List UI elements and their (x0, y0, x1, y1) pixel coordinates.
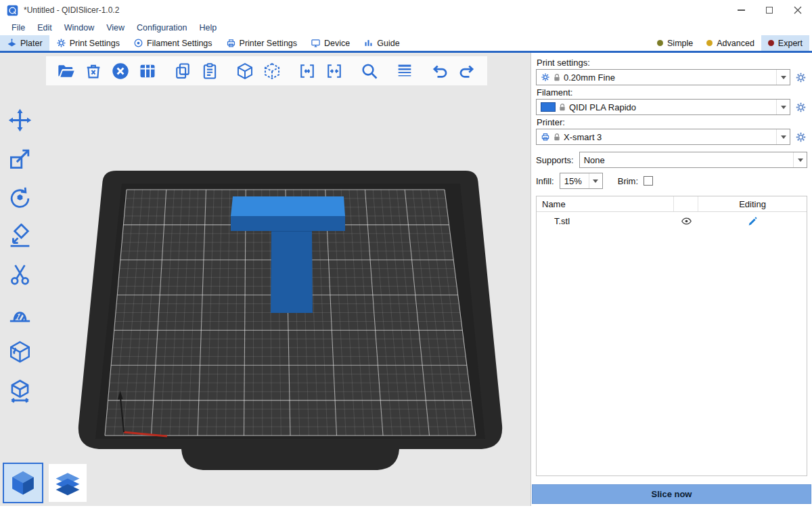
place-on-face-icon (7, 224, 32, 249)
delete-all-button[interactable] (107, 58, 134, 85)
paste-button[interactable] (196, 58, 223, 85)
eye-icon (681, 215, 692, 227)
device-icon (311, 38, 321, 48)
split-to-objects-button[interactable] (231, 58, 258, 85)
menu-file[interactable]: File (5, 23, 31, 33)
filament-combobox[interactable]: QIDI PLA Rapido (536, 99, 790, 115)
copy-icon (173, 62, 192, 81)
edit-object-button[interactable] (698, 216, 807, 227)
seam-tool-button[interactable] (3, 335, 36, 368)
menu-window[interactable]: Window (58, 23, 100, 33)
tab-label: Printer Settings (240, 39, 297, 48)
supports-label: Supports: (536, 155, 574, 165)
seam-icon (7, 339, 32, 364)
measure-tool-button[interactable] (3, 374, 36, 406)
menu-edit[interactable]: Edit (31, 23, 58, 33)
title-bar: *Untitled - QIDISlicer-1.0.2 (0, 0, 812, 20)
infill-combobox[interactable]: 15% (560, 173, 603, 189)
supports-combobox[interactable]: None (579, 152, 807, 168)
object-list-row[interactable]: T.stl (537, 212, 807, 230)
menu-configuration[interactable]: Configuration (131, 23, 193, 33)
printer-edit-button[interactable] (794, 129, 807, 144)
cut-tool-button[interactable] (3, 258, 36, 291)
variable-layer-height-button[interactable] (391, 58, 418, 85)
menu-view[interactable]: View (100, 23, 131, 33)
measure-icon (7, 378, 32, 403)
viewport-toolbar (46, 56, 487, 85)
maximize-button[interactable] (755, 0, 784, 20)
printer-settings-icon (226, 38, 236, 48)
copy-button[interactable] (169, 58, 196, 85)
print-settings-value: 0.20mm Fine (564, 72, 773, 83)
object-name: T.stl (537, 216, 674, 226)
printer-icon (541, 132, 550, 142)
viewport-3d-scene[interactable] (0, 53, 531, 506)
brim-checkbox[interactable] (644, 176, 653, 186)
tab-guide[interactable]: Guide (357, 35, 406, 51)
rotate-tool-button[interactable] (3, 181, 36, 213)
gear-icon (795, 102, 807, 113)
view-preview-button[interactable] (49, 464, 87, 502)
filament-settings-icon (133, 38, 143, 48)
settings-panel: Print settings: 0.20mm Fine Filament: QI… (531, 53, 812, 506)
filament-value: QIDI PLA Rapido (569, 102, 773, 112)
app-logo-icon (7, 5, 18, 16)
tab-label: Plater (20, 39, 43, 48)
minimize-button[interactable] (727, 0, 755, 20)
split-to-parts-button[interactable] (258, 58, 286, 85)
mode-label: Expert (778, 39, 803, 48)
open-project-button[interactable] (53, 58, 80, 85)
instances-in-icon (298, 62, 317, 81)
cube-3d-icon (8, 468, 38, 498)
search-button[interactable] (356, 58, 383, 85)
lock-icon (554, 133, 560, 142)
visibility-toggle[interactable] (674, 215, 698, 227)
tab-plater[interactable]: Plater (0, 35, 49, 51)
close-button[interactable] (784, 0, 812, 20)
lock-icon (559, 103, 566, 112)
remove-instance-button[interactable] (321, 58, 348, 85)
cube-icon (235, 62, 254, 81)
slice-now-button[interactable]: Slice now (532, 484, 811, 504)
tab-printer-settings[interactable]: Printer Settings (219, 35, 304, 51)
cube-dashed-icon (263, 62, 281, 81)
menu-bar: File Edit Window View Configuration Help (0, 20, 812, 35)
view-3d-editor-button[interactable] (4, 464, 42, 502)
layers-icon (395, 62, 414, 81)
paint-supports-tool-button[interactable] (3, 297, 36, 329)
redo-button[interactable] (453, 58, 480, 85)
gizmo-toolbar (3, 104, 36, 406)
infill-label: Infill: (536, 176, 554, 186)
trash-icon (84, 62, 103, 81)
mode-label: Advanced (717, 39, 754, 48)
printer-label: Printer: (537, 117, 807, 127)
column-header-visibility (674, 196, 698, 211)
delete-button[interactable] (80, 58, 107, 85)
mode-simple[interactable]: Simple (650, 35, 700, 51)
menu-help[interactable]: Help (193, 23, 223, 33)
scissors-icon (7, 262, 32, 287)
supports-value: None (584, 155, 790, 165)
add-instance-button[interactable] (294, 58, 321, 85)
print-settings-edit-button[interactable] (794, 70, 807, 85)
scale-tool-button[interactable] (3, 142, 36, 175)
viewport-3d[interactable] (0, 53, 531, 506)
mode-advanced[interactable]: Advanced (700, 35, 761, 51)
place-on-face-tool-button[interactable] (3, 219, 36, 252)
undo-button[interactable] (426, 58, 453, 85)
mode-expert[interactable]: Expert (761, 35, 809, 51)
print-settings-combobox[interactable]: 0.20mm Fine (536, 69, 790, 85)
tab-device[interactable]: Device (304, 35, 357, 51)
tab-print-settings[interactable]: Print Settings (49, 35, 127, 51)
filament-edit-button[interactable] (794, 100, 807, 114)
column-header-editing: Editing (698, 196, 807, 211)
open-folder-icon (57, 62, 76, 81)
arrange-button[interactable] (134, 58, 161, 85)
paint-supports-icon (7, 301, 32, 326)
sliced-layers-icon (53, 468, 83, 498)
move-tool-button[interactable] (3, 104, 36, 136)
tab-filament-settings[interactable]: Filament Settings (127, 35, 219, 51)
printer-combobox[interactable]: X-smart 3 (536, 129, 790, 145)
tab-label: Guide (377, 39, 399, 48)
object-list: Name Editing T.stl (536, 196, 807, 476)
